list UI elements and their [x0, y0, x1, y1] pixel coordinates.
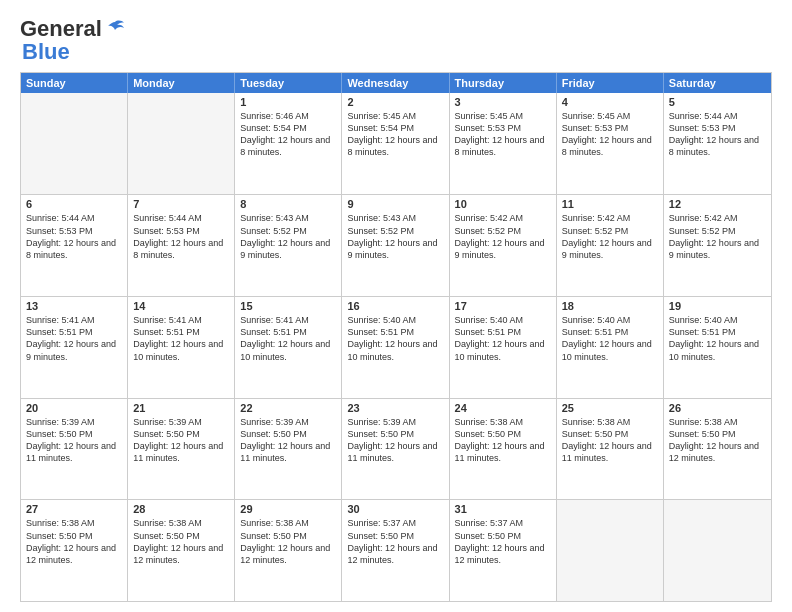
- day-cell-19: 19 Sunrise: 5:40 AMSunset: 5:51 PMDaylig…: [664, 297, 771, 398]
- day-info: Sunrise: 5:43 AMSunset: 5:52 PMDaylight:…: [240, 212, 336, 261]
- day-number: 26: [669, 402, 766, 414]
- day-cell-1: 1 Sunrise: 5:46 AMSunset: 5:54 PMDayligh…: [235, 93, 342, 195]
- day-number: 21: [133, 402, 229, 414]
- day-number: 24: [455, 402, 551, 414]
- day-info: Sunrise: 5:40 AMSunset: 5:51 PMDaylight:…: [347, 314, 443, 363]
- day-cell-17: 17 Sunrise: 5:40 AMSunset: 5:51 PMDaylig…: [450, 297, 557, 398]
- day-number: 5: [669, 96, 766, 108]
- day-number: 25: [562, 402, 658, 414]
- day-info: Sunrise: 5:38 AMSunset: 5:50 PMDaylight:…: [240, 517, 336, 566]
- header-day-friday: Friday: [557, 73, 664, 93]
- logo: General Blue: [20, 16, 126, 62]
- day-info: Sunrise: 5:44 AMSunset: 5:53 PMDaylight:…: [26, 212, 122, 261]
- calendar-row-3: 20 Sunrise: 5:39 AMSunset: 5:50 PMDaylig…: [21, 398, 771, 500]
- day-info: Sunrise: 5:39 AMSunset: 5:50 PMDaylight:…: [26, 416, 122, 465]
- day-info: Sunrise: 5:38 AMSunset: 5:50 PMDaylight:…: [669, 416, 766, 465]
- day-cell-26: 26 Sunrise: 5:38 AMSunset: 5:50 PMDaylig…: [664, 399, 771, 500]
- day-number: 20: [26, 402, 122, 414]
- day-info: Sunrise: 5:40 AMSunset: 5:51 PMDaylight:…: [455, 314, 551, 363]
- day-cell-29: 29 Sunrise: 5:38 AMSunset: 5:50 PMDaylig…: [235, 500, 342, 601]
- day-cell-10: 10 Sunrise: 5:42 AMSunset: 5:52 PMDaylig…: [450, 195, 557, 296]
- day-number: 3: [455, 96, 551, 108]
- day-number: 9: [347, 198, 443, 210]
- day-cell-28: 28 Sunrise: 5:38 AMSunset: 5:50 PMDaylig…: [128, 500, 235, 601]
- header-day-sunday: Sunday: [21, 73, 128, 93]
- header: General Blue: [20, 16, 772, 62]
- day-cell-18: 18 Sunrise: 5:40 AMSunset: 5:51 PMDaylig…: [557, 297, 664, 398]
- day-number: 6: [26, 198, 122, 210]
- calendar-row-2: 13 Sunrise: 5:41 AMSunset: 5:51 PMDaylig…: [21, 296, 771, 398]
- day-cell-2: 2 Sunrise: 5:45 AMSunset: 5:54 PMDayligh…: [342, 93, 449, 195]
- day-info: Sunrise: 5:45 AMSunset: 5:53 PMDaylight:…: [562, 110, 658, 159]
- header-day-saturday: Saturday: [664, 73, 771, 93]
- day-cell-16: 16 Sunrise: 5:40 AMSunset: 5:51 PMDaylig…: [342, 297, 449, 398]
- day-info: Sunrise: 5:39 AMSunset: 5:50 PMDaylight:…: [347, 416, 443, 465]
- day-info: Sunrise: 5:42 AMSunset: 5:52 PMDaylight:…: [562, 212, 658, 261]
- day-info: Sunrise: 5:40 AMSunset: 5:51 PMDaylight:…: [669, 314, 766, 363]
- day-cell-25: 25 Sunrise: 5:38 AMSunset: 5:50 PMDaylig…: [557, 399, 664, 500]
- calendar-body: 1 Sunrise: 5:46 AMSunset: 5:54 PMDayligh…: [21, 93, 771, 601]
- day-info: Sunrise: 5:37 AMSunset: 5:50 PMDaylight:…: [455, 517, 551, 566]
- day-info: Sunrise: 5:44 AMSunset: 5:53 PMDaylight:…: [133, 212, 229, 261]
- day-number: 19: [669, 300, 766, 312]
- day-number: 2: [347, 96, 443, 108]
- day-number: 8: [240, 198, 336, 210]
- header-day-wednesday: Wednesday: [342, 73, 449, 93]
- day-number: 17: [455, 300, 551, 312]
- day-info: Sunrise: 5:43 AMSunset: 5:52 PMDaylight:…: [347, 212, 443, 261]
- day-info: Sunrise: 5:42 AMSunset: 5:52 PMDaylight:…: [455, 212, 551, 261]
- day-info: Sunrise: 5:39 AMSunset: 5:50 PMDaylight:…: [133, 416, 229, 465]
- day-number: 1: [240, 96, 336, 108]
- day-cell-5: 5 Sunrise: 5:44 AMSunset: 5:53 PMDayligh…: [664, 93, 771, 195]
- day-cell-31: 31 Sunrise: 5:37 AMSunset: 5:50 PMDaylig…: [450, 500, 557, 601]
- header-day-thursday: Thursday: [450, 73, 557, 93]
- day-cell-8: 8 Sunrise: 5:43 AMSunset: 5:52 PMDayligh…: [235, 195, 342, 296]
- day-number: 18: [562, 300, 658, 312]
- day-cell-23: 23 Sunrise: 5:39 AMSunset: 5:50 PMDaylig…: [342, 399, 449, 500]
- empty-cell: [557, 500, 664, 601]
- day-info: Sunrise: 5:44 AMSunset: 5:53 PMDaylight:…: [669, 110, 766, 159]
- calendar-row-1: 6 Sunrise: 5:44 AMSunset: 5:53 PMDayligh…: [21, 194, 771, 296]
- day-cell-4: 4 Sunrise: 5:45 AMSunset: 5:53 PMDayligh…: [557, 93, 664, 195]
- page: General Blue SundayMondayTuesdayWednesda…: [0, 0, 792, 612]
- calendar-row-4: 27 Sunrise: 5:38 AMSunset: 5:50 PMDaylig…: [21, 499, 771, 601]
- day-info: Sunrise: 5:41 AMSunset: 5:51 PMDaylight:…: [240, 314, 336, 363]
- logo-blue: Blue: [22, 42, 70, 62]
- empty-cell: [21, 93, 128, 195]
- day-cell-22: 22 Sunrise: 5:39 AMSunset: 5:50 PMDaylig…: [235, 399, 342, 500]
- day-cell-7: 7 Sunrise: 5:44 AMSunset: 5:53 PMDayligh…: [128, 195, 235, 296]
- day-number: 27: [26, 503, 122, 515]
- day-number: 31: [455, 503, 551, 515]
- day-info: Sunrise: 5:39 AMSunset: 5:50 PMDaylight:…: [240, 416, 336, 465]
- day-number: 14: [133, 300, 229, 312]
- day-info: Sunrise: 5:46 AMSunset: 5:54 PMDaylight:…: [240, 110, 336, 159]
- day-number: 23: [347, 402, 443, 414]
- day-number: 30: [347, 503, 443, 515]
- day-number: 16: [347, 300, 443, 312]
- day-cell-3: 3 Sunrise: 5:45 AMSunset: 5:53 PMDayligh…: [450, 93, 557, 195]
- day-number: 4: [562, 96, 658, 108]
- day-number: 10: [455, 198, 551, 210]
- day-cell-21: 21 Sunrise: 5:39 AMSunset: 5:50 PMDaylig…: [128, 399, 235, 500]
- day-number: 12: [669, 198, 766, 210]
- day-cell-15: 15 Sunrise: 5:41 AMSunset: 5:51 PMDaylig…: [235, 297, 342, 398]
- day-info: Sunrise: 5:38 AMSunset: 5:50 PMDaylight:…: [562, 416, 658, 465]
- day-info: Sunrise: 5:40 AMSunset: 5:51 PMDaylight:…: [562, 314, 658, 363]
- calendar: SundayMondayTuesdayWednesdayThursdayFrid…: [20, 72, 772, 602]
- day-cell-11: 11 Sunrise: 5:42 AMSunset: 5:52 PMDaylig…: [557, 195, 664, 296]
- logo-bird-icon: [104, 18, 126, 40]
- day-cell-14: 14 Sunrise: 5:41 AMSunset: 5:51 PMDaylig…: [128, 297, 235, 398]
- day-number: 15: [240, 300, 336, 312]
- day-number: 11: [562, 198, 658, 210]
- day-info: Sunrise: 5:38 AMSunset: 5:50 PMDaylight:…: [26, 517, 122, 566]
- day-cell-20: 20 Sunrise: 5:39 AMSunset: 5:50 PMDaylig…: [21, 399, 128, 500]
- day-info: Sunrise: 5:37 AMSunset: 5:50 PMDaylight:…: [347, 517, 443, 566]
- day-number: 29: [240, 503, 336, 515]
- day-cell-12: 12 Sunrise: 5:42 AMSunset: 5:52 PMDaylig…: [664, 195, 771, 296]
- day-info: Sunrise: 5:42 AMSunset: 5:52 PMDaylight:…: [669, 212, 766, 261]
- day-number: 22: [240, 402, 336, 414]
- calendar-header: SundayMondayTuesdayWednesdayThursdayFrid…: [21, 73, 771, 93]
- calendar-row-0: 1 Sunrise: 5:46 AMSunset: 5:54 PMDayligh…: [21, 93, 771, 195]
- day-info: Sunrise: 5:41 AMSunset: 5:51 PMDaylight:…: [26, 314, 122, 363]
- day-cell-9: 9 Sunrise: 5:43 AMSunset: 5:52 PMDayligh…: [342, 195, 449, 296]
